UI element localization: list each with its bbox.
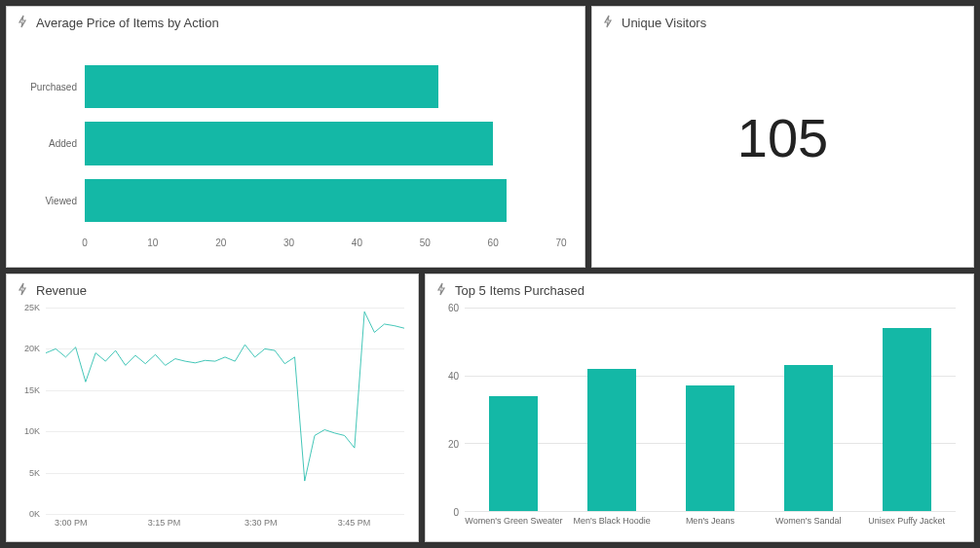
panel-header: Unique Visitors bbox=[592, 7, 973, 35]
y-tick: 0 bbox=[453, 507, 459, 518]
x-tick: 30 bbox=[283, 237, 294, 248]
y-tick: 15K bbox=[24, 385, 40, 395]
panel-header: Revenue bbox=[7, 274, 418, 303]
x-tick: Men's Black Hoodie bbox=[574, 516, 651, 526]
x-tick: 3:00 PM bbox=[55, 518, 88, 528]
bar[interactable] bbox=[489, 396, 538, 511]
lightning-icon bbox=[17, 15, 28, 31]
x-tick: Women's Sandal bbox=[775, 516, 842, 526]
y-tick: 20 bbox=[448, 438, 459, 449]
panel-header: Average Price of Items by Action bbox=[7, 7, 584, 35]
x-tick: 50 bbox=[420, 237, 431, 248]
kpi-value: 105 bbox=[592, 105, 973, 168]
category-label: Purchased bbox=[24, 82, 77, 92]
category-label: Viewed bbox=[24, 195, 77, 205]
x-tick: 70 bbox=[555, 237, 566, 248]
y-tick: 20K bbox=[24, 344, 40, 353]
x-tick: 0 bbox=[82, 237, 88, 248]
x-tick: 3:15 PM bbox=[148, 518, 181, 528]
panel-unique-visitors[interactable]: Unique Visitors 105 bbox=[591, 6, 974, 268]
y-tick: 40 bbox=[448, 370, 459, 381]
bar[interactable] bbox=[883, 328, 931, 511]
x-tick: 10 bbox=[147, 237, 158, 248]
hbar-row: Added bbox=[85, 120, 561, 166]
panel-title: Average Price of Items by Action bbox=[36, 16, 219, 30]
revenue-line[interactable] bbox=[46, 311, 404, 481]
x-tick: 60 bbox=[488, 237, 499, 248]
x-tick: 3:30 PM bbox=[245, 518, 278, 528]
dashboard: Average Price of Items by Action Purchas… bbox=[6, 6, 974, 542]
y-tick: 0K bbox=[29, 509, 40, 519]
x-tick: 20 bbox=[215, 237, 226, 248]
x-tick: Women's Green Sweater bbox=[465, 516, 562, 526]
panel-revenue[interactable]: Revenue 0K5K10K15K20K25K 3:00 PM3:15 PM3… bbox=[6, 274, 419, 542]
hbar-row: Viewed bbox=[85, 177, 561, 224]
panel-top5[interactable]: Top 5 Items Purchased 0204060 Women's Gr… bbox=[425, 274, 974, 542]
bar[interactable] bbox=[686, 385, 735, 511]
panel-average-price[interactable]: Average Price of Items by Action Purchas… bbox=[6, 6, 585, 268]
line-chart: 0K5K10K15K20K25K 3:00 PM3:15 PM3:30 PM3:… bbox=[17, 308, 410, 533]
panel-title: Top 5 Items Purchased bbox=[455, 283, 584, 298]
y-tick: 60 bbox=[448, 303, 459, 313]
lightning-icon bbox=[602, 15, 614, 31]
lightning-icon bbox=[17, 282, 28, 299]
y-tick: 25K bbox=[24, 303, 40, 312]
panel-title: Unique Visitors bbox=[622, 16, 706, 30]
bar[interactable] bbox=[587, 369, 636, 511]
x-tick: 3:45 PM bbox=[338, 518, 371, 528]
x-tick: Men's Jeans bbox=[686, 516, 735, 526]
hbar-chart: PurchasedAddedViewed 010203040506070 bbox=[26, 54, 571, 255]
panel-header: Top 5 Items Purchased bbox=[426, 274, 973, 303]
bar[interactable] bbox=[784, 365, 833, 511]
bar[interactable] bbox=[85, 122, 493, 164]
vbar-chart: 0204060 Women's Green SweaterMen's Black… bbox=[439, 308, 960, 533]
bar[interactable] bbox=[85, 179, 507, 222]
category-label: Added bbox=[24, 138, 77, 149]
lightning-icon bbox=[435, 282, 447, 299]
gridline bbox=[465, 511, 956, 512]
gridline bbox=[46, 514, 404, 515]
hbar-row: Purchased bbox=[85, 63, 561, 110]
y-tick: 5K bbox=[29, 468, 40, 478]
gridline bbox=[465, 308, 956, 309]
x-tick: 40 bbox=[352, 237, 362, 248]
x-tick: Unisex Puffy Jacket bbox=[868, 516, 945, 526]
bar[interactable] bbox=[85, 65, 438, 108]
y-tick: 10K bbox=[24, 426, 40, 436]
panel-title: Revenue bbox=[36, 283, 87, 298]
